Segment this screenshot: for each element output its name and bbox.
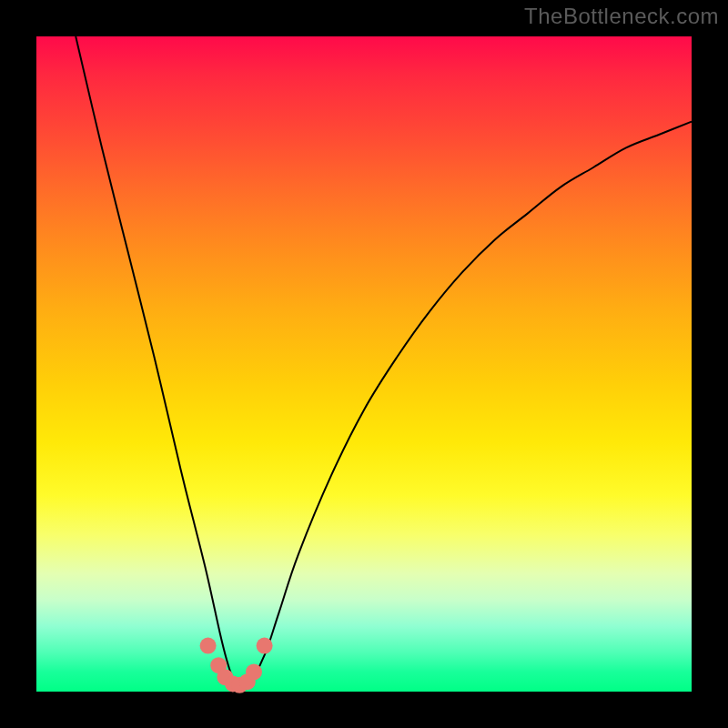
highlight-marker [257, 638, 273, 654]
bottleneck-curve [76, 36, 692, 686]
watermark-text: TheBottleneck.com [524, 4, 719, 29]
highlight-marker [246, 663, 262, 680]
marker-group [200, 638, 273, 693]
highlight-marker [200, 638, 217, 654]
chart-container: TheBottleneck.com [0, 0, 728, 728]
chart-svg [36, 36, 692, 692]
plot-area [36, 36, 692, 692]
